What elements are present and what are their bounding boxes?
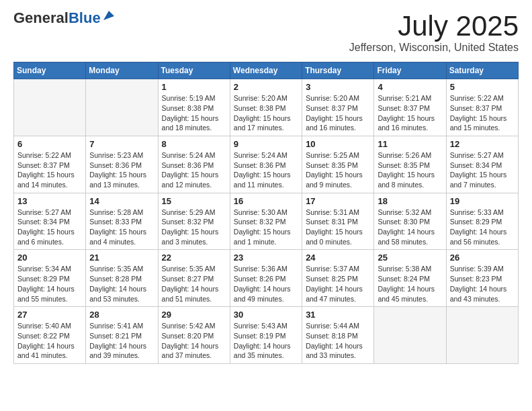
calendar-cell: 13Sunrise: 5:27 AMSunset: 8:34 PMDayligh… <box>14 193 86 250</box>
day-number: 11 <box>378 139 442 149</box>
day-number: 30 <box>234 310 298 320</box>
day-info: Sunrise: 5:36 AMSunset: 8:26 PMDaylight:… <box>234 264 298 304</box>
calendar-cell: 11Sunrise: 5:26 AMSunset: 8:35 PMDayligh… <box>374 136 446 193</box>
calendar-cell: 6Sunrise: 5:22 AMSunset: 8:37 PMDaylight… <box>14 136 86 193</box>
calendar-table: Sunday Monday Tuesday Wednesday Thursday… <box>13 62 519 364</box>
day-number: 17 <box>306 196 370 206</box>
day-info: Sunrise: 5:20 AMSunset: 8:38 PMDaylight:… <box>234 93 298 133</box>
day-info: Sunrise: 5:30 AMSunset: 8:32 PMDaylight:… <box>234 208 298 247</box>
header-saturday: Saturday <box>446 62 518 79</box>
day-info: Sunrise: 5:44 AMSunset: 8:18 PMDaylight:… <box>306 321 370 361</box>
day-number: 18 <box>378 196 442 206</box>
day-info: Sunrise: 5:24 AMSunset: 8:36 PMDaylight:… <box>234 150 298 190</box>
day-number: 28 <box>89 310 154 320</box>
calendar-cell: 22Sunrise: 5:35 AMSunset: 8:27 PMDayligh… <box>158 250 230 307</box>
calendar-header-row: Sunday Monday Tuesday Wednesday Thursday… <box>14 62 519 79</box>
header-sunday: Sunday <box>14 62 86 79</box>
calendar-cell <box>374 307 446 364</box>
day-info: Sunrise: 5:24 AMSunset: 8:36 PMDaylight:… <box>162 150 226 190</box>
day-number: 8 <box>162 139 226 149</box>
day-info: Sunrise: 5:20 AMSunset: 8:37 PMDaylight:… <box>306 93 370 133</box>
day-number: 25 <box>378 253 442 263</box>
page: GeneralBlue July 2025 Jefferson, Wiscons… <box>0 0 532 375</box>
header-thursday: Thursday <box>302 62 374 79</box>
day-info: Sunrise: 5:34 AMSunset: 8:29 PMDaylight:… <box>17 264 82 304</box>
calendar-cell <box>86 79 158 136</box>
day-number: 5 <box>450 82 515 92</box>
calendar-cell: 26Sunrise: 5:39 AMSunset: 8:23 PMDayligh… <box>446 250 518 307</box>
header: GeneralBlue July 2025 Jefferson, Wiscons… <box>13 11 519 54</box>
day-info: Sunrise: 5:42 AMSunset: 8:20 PMDaylight:… <box>162 321 226 361</box>
day-number: 19 <box>450 196 515 206</box>
day-info: Sunrise: 5:39 AMSunset: 8:23 PMDaylight:… <box>450 264 515 304</box>
calendar-cell: 3Sunrise: 5:20 AMSunset: 8:37 PMDaylight… <box>302 79 374 136</box>
calendar-cell: 8Sunrise: 5:24 AMSunset: 8:36 PMDaylight… <box>158 136 230 193</box>
header-wednesday: Wednesday <box>230 62 302 79</box>
day-info: Sunrise: 5:43 AMSunset: 8:19 PMDaylight:… <box>234 321 298 361</box>
svg-marker-0 <box>103 11 114 20</box>
calendar-cell: 9Sunrise: 5:24 AMSunset: 8:36 PMDaylight… <box>230 136 302 193</box>
calendar-cell: 27Sunrise: 5:40 AMSunset: 8:22 PMDayligh… <box>14 307 86 364</box>
day-info: Sunrise: 5:32 AMSunset: 8:30 PMDaylight:… <box>378 208 442 247</box>
calendar-week-2: 6Sunrise: 5:22 AMSunset: 8:37 PMDaylight… <box>14 136 519 193</box>
header-tuesday: Tuesday <box>158 62 230 79</box>
calendar-cell: 19Sunrise: 5:33 AMSunset: 8:29 PMDayligh… <box>446 193 518 250</box>
calendar-cell: 29Sunrise: 5:42 AMSunset: 8:20 PMDayligh… <box>158 307 230 364</box>
day-info: Sunrise: 5:35 AMSunset: 8:28 PMDaylight:… <box>89 264 154 304</box>
header-monday: Monday <box>86 62 158 79</box>
day-info: Sunrise: 5:37 AMSunset: 8:25 PMDaylight:… <box>306 264 370 304</box>
logo-blue: Blue <box>69 9 101 26</box>
calendar-cell: 21Sunrise: 5:35 AMSunset: 8:28 PMDayligh… <box>86 250 158 307</box>
day-info: Sunrise: 5:25 AMSunset: 8:35 PMDaylight:… <box>306 150 370 190</box>
day-info: Sunrise: 5:26 AMSunset: 8:35 PMDaylight:… <box>378 150 442 190</box>
day-number: 31 <box>306 310 370 320</box>
day-number: 22 <box>162 253 226 263</box>
calendar-cell <box>446 307 518 364</box>
day-number: 6 <box>17 139 82 149</box>
day-number: 23 <box>234 253 298 263</box>
calendar-cell: 12Sunrise: 5:27 AMSunset: 8:34 PMDayligh… <box>446 136 518 193</box>
day-number: 3 <box>306 82 370 92</box>
day-number: 10 <box>306 139 370 149</box>
logo: GeneralBlue <box>13 11 114 26</box>
calendar-cell: 14Sunrise: 5:28 AMSunset: 8:33 PMDayligh… <box>86 193 158 250</box>
day-info: Sunrise: 5:22 AMSunset: 8:37 PMDaylight:… <box>17 150 82 190</box>
calendar-week-3: 13Sunrise: 5:27 AMSunset: 8:34 PMDayligh… <box>14 193 519 250</box>
day-info: Sunrise: 5:40 AMSunset: 8:22 PMDaylight:… <box>17 321 82 361</box>
calendar-cell: 23Sunrise: 5:36 AMSunset: 8:26 PMDayligh… <box>230 250 302 307</box>
day-number: 9 <box>234 139 298 149</box>
day-number: 16 <box>234 196 298 206</box>
page-subtitle: Jefferson, Wisconsin, United States <box>349 42 519 54</box>
calendar-cell: 31Sunrise: 5:44 AMSunset: 8:18 PMDayligh… <box>302 307 374 364</box>
logo-text: GeneralBlue <box>13 11 101 26</box>
calendar-cell: 24Sunrise: 5:37 AMSunset: 8:25 PMDayligh… <box>302 250 374 307</box>
day-number: 12 <box>450 139 515 149</box>
day-info: Sunrise: 5:23 AMSunset: 8:36 PMDaylight:… <box>89 150 154 190</box>
calendar-cell: 1Sunrise: 5:19 AMSunset: 8:38 PMDaylight… <box>158 79 230 136</box>
day-number: 20 <box>17 253 82 263</box>
calendar-cell: 7Sunrise: 5:23 AMSunset: 8:36 PMDaylight… <box>86 136 158 193</box>
calendar-cell: 4Sunrise: 5:21 AMSunset: 8:37 PMDaylight… <box>374 79 446 136</box>
calendar-cell: 5Sunrise: 5:22 AMSunset: 8:37 PMDaylight… <box>446 79 518 136</box>
calendar-cell: 16Sunrise: 5:30 AMSunset: 8:32 PMDayligh… <box>230 193 302 250</box>
day-number: 7 <box>89 139 154 149</box>
calendar-cell: 18Sunrise: 5:32 AMSunset: 8:30 PMDayligh… <box>374 193 446 250</box>
day-info: Sunrise: 5:27 AMSunset: 8:34 PMDaylight:… <box>450 150 515 190</box>
day-number: 4 <box>378 82 442 92</box>
logo-general: General <box>13 9 69 26</box>
day-number: 21 <box>89 253 154 263</box>
day-info: Sunrise: 5:35 AMSunset: 8:27 PMDaylight:… <box>162 264 226 304</box>
calendar-cell: 30Sunrise: 5:43 AMSunset: 8:19 PMDayligh… <box>230 307 302 364</box>
day-number: 15 <box>162 196 226 206</box>
day-number: 29 <box>162 310 226 320</box>
title-block: July 2025 Jefferson, Wisconsin, United S… <box>349 11 519 54</box>
day-number: 14 <box>89 196 154 206</box>
calendar-cell: 17Sunrise: 5:31 AMSunset: 8:31 PMDayligh… <box>302 193 374 250</box>
day-info: Sunrise: 5:19 AMSunset: 8:38 PMDaylight:… <box>162 93 226 133</box>
calendar-week-1: 1Sunrise: 5:19 AMSunset: 8:38 PMDaylight… <box>14 79 519 136</box>
day-number: 24 <box>306 253 370 263</box>
day-number: 2 <box>234 82 298 92</box>
day-info: Sunrise: 5:29 AMSunset: 8:32 PMDaylight:… <box>162 208 226 247</box>
day-info: Sunrise: 5:31 AMSunset: 8:31 PMDaylight:… <box>306 208 370 247</box>
day-number: 27 <box>17 310 82 320</box>
